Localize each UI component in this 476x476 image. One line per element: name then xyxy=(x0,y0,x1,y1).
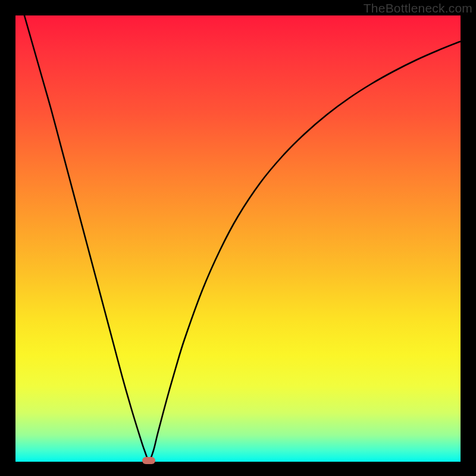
bottleneck-curve xyxy=(15,15,461,462)
watermark-text: TheBottleneck.com xyxy=(364,1,472,15)
minimum-marker xyxy=(142,457,155,464)
plot-container xyxy=(15,15,461,462)
